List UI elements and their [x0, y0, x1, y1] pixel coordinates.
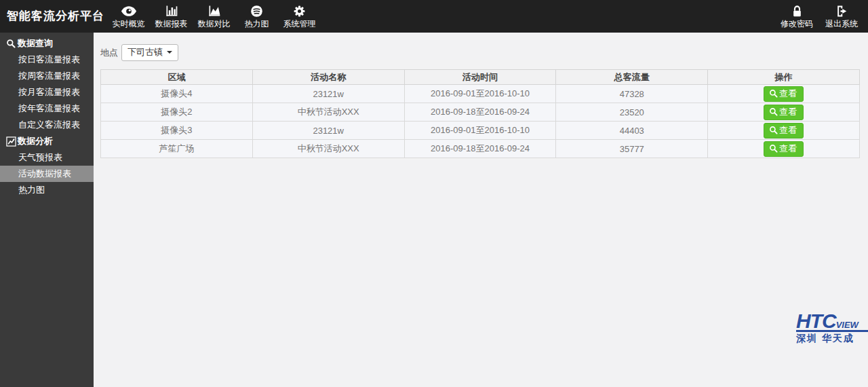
- view-button[interactable]: 查看: [764, 86, 804, 102]
- cell-activity: 中秋节活动XXX: [252, 140, 404, 158]
- area-chart-icon: [208, 3, 221, 18]
- cell-time: 2016-09-01至2016-10-10: [404, 122, 556, 140]
- search-icon: [769, 144, 778, 153]
- topnav-item-data-compare[interactable]: 数据对比: [193, 0, 235, 33]
- cell-area: 摄像头3: [101, 122, 253, 140]
- cell-area: 芦笙广场: [101, 140, 253, 158]
- sidebar-section-data-analysis[interactable]: 数据分析: [0, 133, 94, 149]
- topnav-label: 修改密码: [781, 18, 813, 30]
- line-chart-icon: [5, 136, 16, 147]
- bar-chart-icon: [165, 3, 178, 18]
- topnav-item-system-admin[interactable]: 系统管理: [278, 0, 321, 33]
- topnav-item-data-report[interactable]: 数据报表: [150, 0, 193, 33]
- topnav-label: 热力图: [245, 18, 269, 30]
- table-row: 摄像头3 23121w 2016-09-01至2016-10-10 44403 …: [101, 122, 860, 140]
- cell-time: 2016-09-18至2016-09-24: [404, 103, 556, 122]
- view-button[interactable]: 查看: [764, 123, 804, 139]
- filter-bar: 地点 下司古镇: [94, 33, 868, 69]
- cell-total: 47328: [556, 85, 708, 103]
- cell-activity: 23121w: [252, 85, 404, 103]
- sidebar-section-label: 数据查询: [18, 35, 53, 52]
- cell-actions: 查看: [708, 85, 860, 103]
- view-button[interactable]: 查看: [764, 141, 804, 157]
- sidebar-section-data-query[interactable]: 数据查询: [0, 35, 94, 52]
- sidebar-item-custom-flow-report[interactable]: 自定义客流报表: [0, 117, 94, 133]
- topnav-item-logout[interactable]: 退出系统: [819, 0, 864, 33]
- cell-total: 35777: [556, 140, 708, 158]
- sidebar-item-heatmap[interactable]: 热力图: [0, 182, 94, 198]
- lock-icon: [791, 3, 803, 18]
- topnav-label: 系统管理: [283, 18, 316, 30]
- topnav-label: 数据对比: [198, 18, 231, 30]
- sidebar-item-weather-report[interactable]: 天气预报表: [0, 149, 94, 166]
- search-icon: [5, 39, 16, 48]
- cell-actions: 查看: [708, 103, 860, 122]
- chevron-down-icon: [167, 51, 172, 54]
- sidebar-item-yearly-flow-report[interactable]: 按年客流量报表: [0, 100, 94, 117]
- view-button-label: 查看: [779, 143, 797, 154]
- topbar: 智能客流分析平台 实时概览 数据报表 数据对比 热力图: [0, 0, 868, 33]
- cell-actions: 查看: [708, 122, 860, 140]
- table-header-row: 区域 活动名称 活动时间 总客流量 操作: [101, 70, 860, 85]
- column-header-time: 活动时间: [404, 70, 556, 85]
- app-title: 智能客流分析平台: [0, 0, 107, 33]
- cell-total: 23520: [556, 103, 708, 122]
- topnav-label: 退出系统: [825, 18, 858, 30]
- table-row: 芦笙广场 中秋节活动XXX 2016-09-18至2016-09-24 3577…: [101, 140, 860, 158]
- search-icon: [769, 107, 778, 116]
- table-row: 摄像头2 中秋节活动XXX 2016-09-18至2016-09-24 2352…: [101, 103, 860, 122]
- view-button-label: 查看: [779, 125, 797, 136]
- location-label: 地点: [100, 47, 118, 59]
- main-content: 地点 下司古镇 区域 活动名称 活动时间 总客流量 操作 摄像头4 23121w…: [94, 33, 868, 387]
- eye-icon: [121, 3, 136, 18]
- cell-area: 摄像头4: [101, 85, 253, 103]
- sidebar-item-monthly-flow-report[interactable]: 按月客流量报表: [0, 84, 94, 100]
- sidebar-item-weekly-flow-report[interactable]: 按周客流量报表: [0, 68, 94, 84]
- htcview-logo: HTC view 深圳 华天成: [796, 312, 868, 345]
- topnav-item-change-password[interactable]: 修改密码: [774, 0, 819, 33]
- activity-report-table: 区域 活动名称 活动时间 总客流量 操作 摄像头4 23121w 2016-09…: [100, 69, 860, 158]
- cell-area: 摄像头2: [101, 103, 253, 122]
- cell-activity: 中秋节活动XXX: [252, 103, 404, 122]
- top-navigation: 实时概览 数据报表 数据对比 热力图 系统管理: [107, 0, 321, 33]
- cell-time: 2016-09-18至2016-09-24: [404, 140, 556, 158]
- table-row: 摄像头4 23121w 2016-09-01至2016-10-10 47328 …: [101, 85, 860, 103]
- cell-total: 44403: [556, 122, 708, 140]
- sidebar: 数据查询 按日客流量报表 按周客流量报表 按月客流量报表 按年客流量报表 自定义…: [0, 33, 94, 387]
- logo-text-htc: HTC: [796, 312, 836, 330]
- cell-actions: 查看: [708, 140, 860, 158]
- location-select-value: 下司古镇: [127, 46, 163, 58]
- view-button[interactable]: 查看: [764, 105, 804, 120]
- location-select[interactable]: 下司古镇: [121, 44, 178, 61]
- heatmap-icon: [250, 3, 263, 18]
- search-icon: [769, 89, 778, 98]
- column-header-actions: 操作: [708, 70, 860, 85]
- cell-activity: 23121w: [252, 122, 404, 140]
- sidebar-item-activity-data-report[interactable]: 活动数据报表: [0, 166, 94, 182]
- topnav-label: 实时概览: [113, 18, 145, 30]
- column-header-area: 区域: [101, 70, 253, 85]
- logo-caption: 深圳 华天成: [796, 333, 868, 345]
- top-navigation-right: 修改密码 退出系统: [774, 0, 868, 33]
- view-button-label: 查看: [779, 107, 797, 117]
- sidebar-item-daily-flow-report[interactable]: 按日客流量报表: [0, 52, 94, 68]
- sidebar-section-label: 数据分析: [18, 133, 53, 149]
- sign-out-icon: [835, 3, 848, 18]
- view-button-label: 查看: [779, 88, 797, 99]
- topnav-item-realtime-overview[interactable]: 实时概览: [107, 0, 150, 33]
- topnav-item-heatmap[interactable]: 热力图: [235, 0, 278, 33]
- htcview-logo-wordmark: HTC view: [796, 312, 868, 332]
- topnav-label: 数据报表: [155, 18, 188, 30]
- cell-time: 2016-09-01至2016-10-10: [404, 85, 556, 103]
- column-header-activity: 活动名称: [252, 70, 404, 85]
- logo-text-view: view: [836, 320, 859, 330]
- search-icon: [769, 126, 778, 134]
- gear-icon: [293, 3, 306, 18]
- column-header-total: 总客流量: [556, 70, 708, 85]
